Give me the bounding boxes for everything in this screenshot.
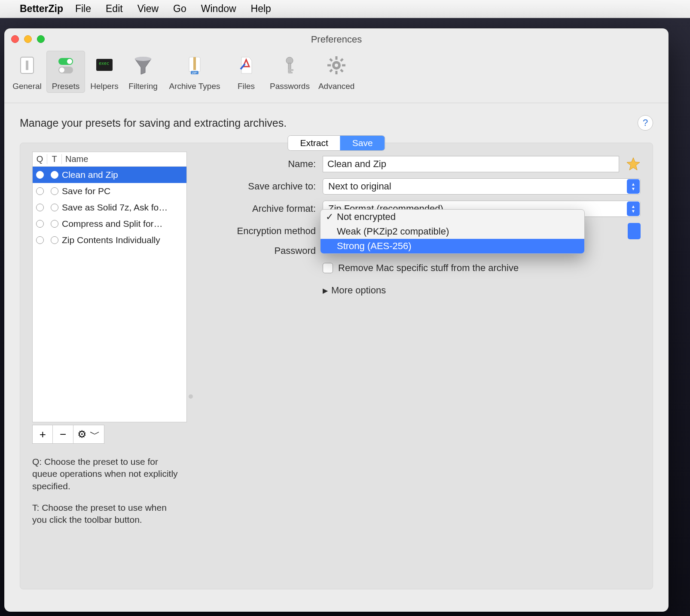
col-header-t[interactable]: T [47, 154, 62, 164]
window-titlebar[interactable]: Preferences [4, 28, 669, 51]
chevron-updown-icon: ▲▼ [627, 179, 640, 194]
preset-name: Compress and Split for… [62, 219, 184, 229]
name-label: Name: [200, 159, 316, 170]
extract-save-segmented: Extract Save [287, 135, 385, 151]
col-header-name[interactable]: Name [62, 154, 186, 164]
svg-point-3 [67, 59, 72, 64]
radio-t[interactable] [47, 236, 62, 244]
preset-name: Save for PC [62, 186, 184, 196]
svg-line-22 [330, 59, 332, 61]
preset-name: Clean and Zip [62, 170, 184, 180]
tab-general-label: General [12, 82, 42, 91]
svg-line-24 [341, 59, 343, 61]
svg-rect-14 [288, 63, 291, 73]
tab-helpers-label: Helpers [90, 82, 118, 91]
radio-t[interactable] [47, 220, 62, 228]
desktop-background: Preferences General Presets exec Helpers [0, 18, 690, 616]
more-options-label: More options [331, 285, 386, 296]
zoom-icon[interactable] [37, 35, 45, 43]
preset-list: Q T Name Clean and Zip [32, 152, 187, 422]
tab-advanced-label: Advanced [318, 82, 355, 91]
traffic-lights [11, 35, 45, 43]
hint-t: T: Choose the preset to use when you cli… [32, 502, 178, 526]
archive-types-icon: ZIP [184, 55, 205, 78]
menu-edit[interactable]: Edit [106, 3, 123, 15]
encryption-option-label: Weak (PKZip2 compatible) [337, 226, 449, 237]
preset-row[interactable]: Compress and Split for… [33, 216, 186, 232]
encryption-option[interactable]: ✓ Not encrypted [321, 210, 584, 224]
segment-save[interactable]: Save [340, 136, 385, 150]
general-icon [16, 55, 38, 78]
preset-row[interactable]: Save as Solid 7z, Ask fo… [33, 199, 186, 216]
radio-t[interactable] [47, 171, 62, 179]
chevron-updown-icon: ▲▼ [627, 201, 640, 216]
segment-extract[interactable]: Extract [288, 136, 340, 150]
encryption-option-label: Strong (AES-256) [337, 241, 412, 252]
preferences-toolbar: General Presets exec Helpers Filtering [4, 51, 669, 103]
remove-preset-button[interactable]: − [53, 425, 73, 443]
menu-go[interactable]: Go [173, 3, 186, 15]
radio-q[interactable] [33, 187, 47, 195]
help-button[interactable]: ? [638, 115, 653, 131]
preset-row[interactable]: Zip Contents Individually [33, 232, 186, 248]
radio-t[interactable] [47, 204, 62, 211]
menu-help[interactable]: Help [251, 3, 271, 15]
menu-view[interactable]: View [137, 3, 159, 15]
disclosure-triangle-icon: ▶ [323, 287, 328, 295]
tab-presets-label: Presets [52, 82, 79, 91]
tab-general[interactable]: General [8, 51, 46, 93]
encryption-dropdown: ✓ Not encrypted Weak (PKZip2 compatible)… [320, 209, 585, 254]
preset-name: Zip Contents Individually [62, 235, 184, 245]
page-heading: Manage your presets for saving and extra… [20, 117, 287, 129]
checkbox-icon [323, 263, 333, 273]
radio-t[interactable] [47, 187, 62, 195]
preset-row[interactable]: Save for PC [33, 183, 186, 199]
preset-actions-menu[interactable]: ⚙︎ ﹀ [73, 425, 104, 443]
close-icon[interactable] [11, 35, 19, 43]
menu-window[interactable]: Window [201, 3, 236, 15]
encryption-option[interactable]: Strong (AES-256) [321, 239, 584, 253]
password-label: Password [200, 245, 316, 256]
tab-archive-types[interactable]: ZIP Archive Types [162, 51, 227, 93]
preset-detail: Name: Save archive to: Next to original … [200, 152, 641, 580]
encryption-option[interactable]: Weak (PKZip2 compatible) [321, 224, 584, 239]
menu-file[interactable]: File [75, 3, 91, 15]
radio-q[interactable] [33, 236, 47, 244]
preset-name: Save as Solid 7z, Ask fo… [62, 202, 184, 213]
svg-rect-15 [288, 69, 293, 71]
tab-advanced[interactable]: Advanced [314, 51, 359, 93]
tab-helpers[interactable]: exec Helpers [85, 51, 124, 93]
tab-archive-types-label: Archive Types [169, 82, 220, 91]
radio-q[interactable] [33, 204, 47, 211]
encryption-label: Encryption method [200, 226, 316, 237]
svg-rect-10 [193, 57, 196, 70]
save-to-select[interactable]: Next to original ▲▼ [323, 178, 641, 195]
encryption-select-edge[interactable] [628, 223, 641, 239]
files-icon [235, 55, 257, 78]
add-preset-button[interactable]: + [33, 425, 53, 443]
remove-mac-label: Remove Mac specific stuff from the archi… [338, 262, 519, 274]
col-header-q[interactable]: Q [33, 154, 47, 164]
preset-row[interactable]: Clean and Zip [33, 167, 186, 183]
more-options-disclosure[interactable]: ▶ More options [323, 285, 641, 296]
window-title: Preferences [311, 34, 362, 45]
name-field[interactable] [323, 156, 619, 172]
tab-passwords-label: Passwords [270, 82, 310, 91]
preferences-window: Preferences General Presets exec Helpers [4, 28, 669, 612]
tab-presets[interactable]: Presets [46, 51, 85, 93]
tab-files[interactable]: Files [227, 51, 266, 93]
tab-filtering[interactable]: Filtering [124, 51, 162, 93]
preset-list-actions: + − ⚙︎ ﹀ [32, 425, 104, 444]
favorite-star-icon[interactable] [626, 157, 641, 171]
minimize-icon[interactable] [24, 35, 32, 43]
hint-q: Q: Choose the preset to use for queue op… [32, 456, 178, 492]
tab-passwords[interactable]: Passwords [266, 51, 314, 93]
app-name[interactable]: BetterZip [20, 3, 63, 15]
checkmark-icon: ✓ [326, 211, 333, 223]
resize-handle-icon[interactable] [189, 394, 193, 399]
remove-mac-checkbox[interactable]: Remove Mac specific stuff from the archi… [323, 262, 641, 274]
radio-q[interactable] [33, 220, 47, 228]
svg-text:ZIP: ZIP [192, 71, 197, 74]
radio-q[interactable] [33, 171, 47, 179]
preferences-content: Manage your presets for saving and extra… [4, 103, 669, 612]
